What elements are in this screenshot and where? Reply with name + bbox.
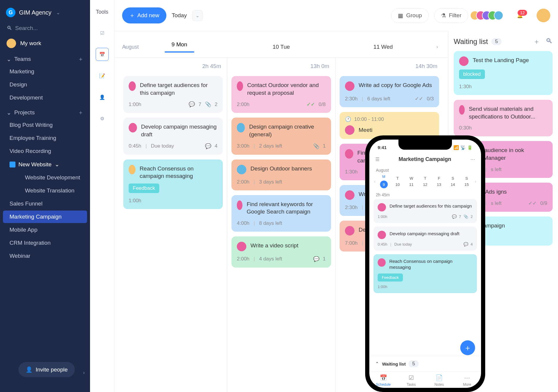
phone-task-card[interactable]: Define target audiences for this campaig…: [373, 199, 477, 223]
team-item[interactable]: Marketing: [3, 65, 87, 78]
calendar-tool-icon[interactable]: 📅: [96, 48, 109, 61]
day-tab[interactable]: 10 Tue: [230, 39, 332, 55]
project-item[interactable]: Sales Funnel: [3, 197, 87, 210]
phone-day[interactable]: T12: [418, 176, 432, 187]
project-folder[interactable]: New Website ⌄: [3, 158, 87, 171]
attachment-icon: 📎: [205, 101, 211, 108]
add-new-button[interactable]: ＋ Add new: [122, 7, 166, 23]
avatar: [459, 105, 465, 115]
phone-day[interactable]: S14: [446, 176, 460, 187]
task-card[interactable]: Write a video script 2:00h|4 days left💬1: [231, 236, 331, 268]
add-team-button[interactable]: ＋: [78, 55, 83, 63]
today-button[interactable]: Today: [172, 12, 187, 19]
current-user-avatar[interactable]: [537, 9, 550, 22]
search-input[interactable]: 🔍︎ Search...: [0, 21, 90, 36]
phone-day[interactable]: T10: [391, 176, 404, 187]
task-card[interactable]: Test the Landing Page blocked 1:30h: [454, 51, 553, 95]
my-work-link[interactable]: My work: [0, 36, 90, 51]
calendar-event[interactable]: 🕐10:00 - 11:00 Meeti: [340, 112, 439, 139]
avatar: [378, 231, 386, 239]
team-item[interactable]: Development: [3, 91, 87, 104]
project-item[interactable]: Website Translation: [3, 184, 87, 197]
person-add-icon: 👤: [26, 366, 33, 373]
comment-icon: 💬: [205, 143, 211, 149]
filter-icon: ⚗: [441, 12, 446, 19]
phone-day[interactable]: W11: [404, 176, 418, 187]
checklist-icon: ✓✓: [307, 101, 315, 108]
more-icon[interactable]: ⋯: [470, 157, 475, 162]
task-card[interactable]: Find relevant keywords for Google Search…: [231, 195, 331, 232]
next-week-icon[interactable]: ›: [474, 179, 477, 184]
user-avatar: [7, 39, 16, 48]
notes-icon: 📄: [425, 374, 453, 381]
collaborators[interactable]: [474, 11, 503, 20]
task-card[interactable]: Contact Ourdoor vendor and request a pro…: [231, 76, 331, 113]
task-card[interactable]: Define target audiences for this campaig…: [123, 76, 223, 113]
phone-day-total: 2h 45m: [369, 188, 481, 199]
add-task-fab[interactable]: ＋: [460, 340, 475, 355]
filter-button[interactable]: ⚗ Filter: [434, 8, 468, 23]
next-day-button[interactable]: ›: [434, 42, 440, 52]
search-waiting-button[interactable]: 🔍︎: [546, 37, 553, 46]
people-tool-icon[interactable]: 👤: [96, 91, 109, 104]
project-item[interactable]: CRM Integration: [3, 237, 87, 249]
collapse-sidebar-button[interactable]: ›: [83, 370, 85, 375]
phone-task-card[interactable]: Reach Consensus on campaign messaging Fe…: [373, 254, 477, 293]
projects-header[interactable]: ⌄ Projects ＋: [0, 105, 90, 118]
add-project-button[interactable]: ＋: [78, 109, 83, 116]
workspace-selector[interactable]: G GIM Agency ⌄: [0, 4, 90, 21]
project-item[interactable]: Webinar: [3, 250, 87, 262]
avatar: [345, 226, 354, 235]
folder-icon: [10, 162, 15, 167]
phone-waiting-toggle[interactable]: ⌃ Waiting list 5: [369, 356, 481, 372]
task-card[interactable]: Design Outdoor banners 2:00h|3 days left: [231, 159, 331, 190]
project-item[interactable]: Mobile App: [3, 224, 87, 236]
notifications-button[interactable]: 🔔 12: [517, 13, 523, 18]
chevron-down-icon: ⌄: [7, 56, 11, 63]
task-card[interactable]: Develop campaign messaging draft 0:45h|D…: [123, 118, 223, 154]
prev-week-icon[interactable]: ‹: [373, 179, 377, 184]
menu-icon[interactable]: ☰: [375, 157, 379, 162]
day-tab[interactable]: 9 Mon: [128, 37, 230, 57]
chevron-down-icon: ⌄: [7, 109, 11, 116]
comment-icon: 💬: [313, 256, 319, 262]
project-item-active[interactable]: Marketing Campaign: [3, 211, 87, 223]
chevron-down-icon: ⌄: [56, 10, 60, 15]
chevron-down-icon: ⌄: [196, 13, 199, 18]
avatar: [237, 200, 242, 210]
avatar: [345, 190, 354, 200]
tasks-icon: ☑: [397, 374, 425, 381]
team-item[interactable]: Design: [3, 78, 87, 91]
invite-people-button[interactable]: 👤 Invite people: [18, 362, 75, 377]
task-card[interactable]: Reach Consensus on campaign messaging Fe…: [123, 159, 223, 209]
phone-tab-notes[interactable]: 📄Notes: [425, 374, 453, 387]
phone-tab-schedule[interactable]: 📅Schedule: [369, 374, 397, 387]
task-card[interactable]: Send visual materials and specifications…: [454, 100, 553, 136]
phone-day[interactable]: S15: [460, 176, 473, 187]
phone-task-card[interactable]: Develop campaign messaging draft 0:45h|D…: [373, 227, 477, 251]
date-dropdown[interactable]: ⌄: [192, 10, 203, 21]
project-item[interactable]: Blog Post Writing: [3, 119, 87, 131]
teams-header[interactable]: ⌄ Teams ＋: [0, 51, 90, 65]
group-button[interactable]: ▦ Group: [391, 8, 429, 23]
comment-icon: 💬: [189, 101, 195, 108]
project-item[interactable]: Employee Training: [3, 132, 87, 144]
add-waiting-button[interactable]: ＋: [533, 37, 540, 46]
plus-icon: ＋: [129, 12, 135, 19]
settings-tool-icon[interactable]: ⚙: [96, 112, 109, 125]
task-card[interactable]: Design campaign creative (general) 3:00h…: [231, 118, 331, 154]
phone-day-picker[interactable]: ‹ M9T10W11T12F13S14S15 ›: [369, 174, 481, 188]
attachment-icon: 📎: [313, 143, 319, 149]
checkbox-tool-icon[interactable]: ☑: [96, 26, 109, 39]
project-item[interactable]: Website Development: [3, 171, 87, 184]
phone-day[interactable]: F13: [432, 176, 446, 187]
day-total: 13h 0m: [231, 63, 331, 71]
phone-day[interactable]: M9: [377, 174, 390, 188]
notes-tool-icon[interactable]: 📝: [96, 69, 109, 82]
phone-tab-tasks[interactable]: ☑Tasks: [397, 374, 425, 387]
task-card[interactable]: Write ad copy for Google Ads 2:30h|6 day…: [340, 76, 439, 107]
project-item[interactable]: Video Recording: [3, 145, 87, 157]
checklist-icon: ✓✓: [528, 200, 537, 206]
phone-tab-more[interactable]: ⋯More: [453, 374, 481, 387]
day-tab[interactable]: 11 Wed: [332, 39, 434, 55]
